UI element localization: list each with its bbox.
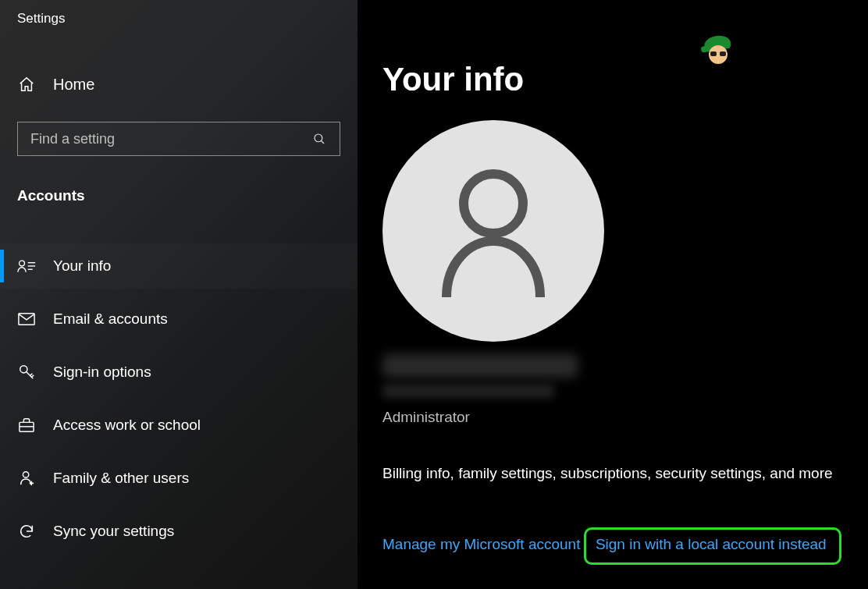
briefcase-icon — [17, 416, 36, 435]
user-avatar-placeholder — [382, 120, 604, 342]
sidebar-item-label: Access work or school — [53, 417, 201, 434]
sign-in-local-account-link[interactable]: Sign in with a local account instead — [596, 536, 827, 553]
sidebar-item-home[interactable]: Home — [0, 69, 358, 100]
sync-icon — [17, 522, 36, 541]
section-heading-accounts: Accounts — [17, 187, 358, 204]
sidebar-item-label: Your info — [53, 257, 111, 275]
sidebar-nav: Your info Email & accounts — [0, 243, 358, 554]
sidebar-item-label: Sync your settings — [53, 523, 174, 540]
sidebar-item-label: Sign-in options — [53, 364, 151, 381]
search-input[interactable] — [29, 130, 302, 148]
your-info-icon — [17, 257, 36, 275]
search-icon — [310, 130, 329, 148]
sidebar-item-email-accounts[interactable]: Email & accounts — [0, 296, 358, 342]
key-icon — [17, 363, 36, 381]
mail-icon — [17, 310, 36, 328]
billing-info-text: Billing info, family settings, subscript… — [382, 465, 868, 482]
svg-line-1 — [321, 140, 324, 144]
user-name-redacted — [382, 354, 578, 378]
sidebar: Settings Home Accounts — [0, 0, 358, 589]
manage-microsoft-account-link[interactable]: Manage my Microsoft account — [382, 536, 580, 553]
sidebar-item-access-work-school[interactable]: Access work or school — [0, 403, 358, 448]
sidebar-item-label: Family & other users — [53, 470, 189, 487]
home-label: Home — [53, 76, 94, 94]
page-title: Your info — [382, 61, 868, 98]
user-email-redacted — [382, 384, 554, 398]
svg-point-10 — [23, 472, 28, 477]
svg-rect-6 — [19, 314, 34, 325]
home-icon — [17, 75, 36, 94]
sidebar-item-sync-settings[interactable]: Sync your settings — [0, 509, 358, 554]
svg-point-13 — [464, 174, 523, 233]
mascot-character-icon — [704, 34, 732, 67]
local-account-highlight-box: Sign in with a local account instead — [584, 527, 841, 565]
settings-window: Settings Home Accounts — [0, 0, 868, 589]
sidebar-item-your-info[interactable]: Your info — [0, 243, 358, 289]
app-title: Settings — [0, 0, 358, 27]
main-content: Your info Administrator Billing info, fa… — [358, 0, 868, 589]
svg-point-2 — [20, 261, 25, 266]
sidebar-item-label: Email & accounts — [53, 310, 168, 328]
sidebar-item-sign-in-options[interactable]: Sign-in options — [0, 349, 358, 395]
user-role: Administrator — [382, 409, 868, 426]
sidebar-item-family-other-users[interactable]: Family & other users — [0, 456, 358, 501]
search-box[interactable] — [17, 122, 340, 156]
family-users-icon — [17, 469, 36, 488]
